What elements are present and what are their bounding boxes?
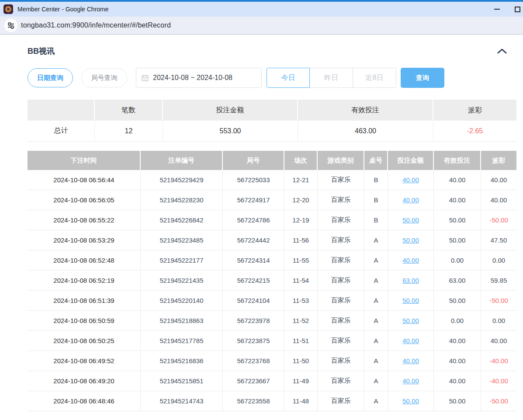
cell-table-no: A — [364, 271, 388, 291]
cell-payout: -50.00 — [481, 210, 516, 230]
table-row: 2024-10-08 06:51:39 521945220140 5672241… — [28, 291, 516, 311]
bet-amount-link[interactable]: 63.00 — [402, 277, 419, 284]
cell-valid-bet: 40.00 — [434, 371, 481, 391]
cell-game-type: 百家乐 — [318, 230, 364, 250]
cell-valid-bet: 0.00 — [434, 311, 481, 331]
cell-game-type: 百家乐 — [318, 170, 364, 190]
cell-table-no: A — [364, 230, 388, 250]
cell-valid-bet: 63.00 — [434, 271, 481, 291]
bet-amount-link[interactable]: 50.00 — [402, 297, 419, 304]
address-bar[interactable]: tongbao31.com:9900/infe/mcenter/#/betRec… — [0, 17, 523, 35]
cell-round-id: 567224104 — [223, 291, 284, 311]
bet-amount-link[interactable]: 40.00 — [402, 337, 419, 344]
cell-game-type: 百家乐 — [318, 371, 364, 391]
tune-icon[interactable] — [4, 19, 17, 32]
cell-bet-id: 521945214743 — [141, 391, 223, 411]
summary-payout: -2.65 — [433, 121, 516, 142]
cell-bet-time: 2024-10-08 06:50:59 — [28, 311, 141, 331]
cell-bet-time: 2024-10-08 06:48:46 — [28, 391, 141, 411]
maximize-icon[interactable] — [515, 7, 520, 12]
cell-session: 11-49 — [284, 371, 318, 391]
round-query-tab[interactable]: 局号查询 — [81, 68, 127, 87]
cell-payout: -50.00 — [481, 291, 516, 311]
cell-bet-time: 2024-10-08 06:52:48 — [28, 250, 141, 271]
cell-session: 11-56 — [284, 230, 318, 250]
cell-game-type: 百家乐 — [318, 291, 364, 311]
cell-bet-time: 2024-10-08 06:53:29 — [28, 230, 141, 250]
bet-amount-link[interactable]: 50.00 — [402, 397, 419, 405]
minimize-icon[interactable] — [494, 9, 500, 10]
window-titlebar: Member Center - Google Chrome — [0, 2, 523, 17]
cell-session: 11-48 — [284, 391, 318, 411]
date-query-tab[interactable]: 日期查询 — [28, 68, 73, 87]
summary-header-valid: 有效投注 — [298, 100, 433, 121]
cell-valid-bet: 40.00 — [434, 170, 481, 190]
chevron-up-icon[interactable] — [496, 47, 508, 56]
bet-amount-link[interactable]: 40.00 — [402, 196, 419, 204]
section-header: BB视讯 — [28, 46, 516, 56]
cell-table-no: B — [364, 170, 388, 190]
cell-bet-amount: 63.00 — [388, 271, 434, 291]
cell-bet-time: 2024-10-08 06:55:22 — [28, 210, 141, 230]
query-button[interactable]: 查询 — [401, 68, 444, 88]
bet-amount-link[interactable]: 40.00 — [402, 176, 419, 184]
bet-amount-link[interactable]: 40.00 — [402, 257, 419, 264]
header-session: 场次 — [284, 151, 318, 170]
summary-bet-amount: 553.00 — [163, 121, 298, 142]
cell-round-id: 567223875 — [223, 331, 284, 351]
cell-game-type: 百家乐 — [318, 250, 364, 271]
cell-bet-id: 521945215851 — [141, 371, 223, 391]
cell-bet-amount: 50.00 — [388, 230, 434, 250]
cell-payout: 40.00 — [481, 190, 516, 210]
browser-window: Member Center - Google Chrome tongbao31.… — [0, 0, 523, 420]
url-text[interactable]: tongbao31.com:9900/infe/mcenter/#/betRec… — [21, 21, 171, 29]
bet-amount-link[interactable]: 40.00 — [402, 357, 419, 364]
cell-round-id: 567224215 — [223, 271, 284, 291]
cell-valid-bet: 50.00 — [434, 210, 481, 230]
cell-round-id: 567223978 — [223, 311, 284, 331]
cell-game-type: 百家乐 — [318, 391, 364, 411]
bet-amount-link[interactable]: 40.00 — [402, 377, 419, 385]
cell-payout: 40.00 — [481, 331, 516, 351]
table-row: 2024-10-08 06:55:22 521945226842 5672247… — [28, 210, 516, 230]
records-header-row: 下注时间 注单编号 局号 场次 游戏类别 桌号 投注金额 有效投注 派彩 — [28, 151, 516, 170]
cell-payout: 59.85 — [481, 271, 516, 291]
cell-game-type: 百家乐 — [318, 331, 364, 351]
cell-bet-id: 521945228230 — [141, 190, 223, 210]
summary-header-bet: 投注金额 — [163, 100, 298, 121]
cell-round-id: 567224314 — [223, 250, 284, 271]
table-row: 2024-10-08 06:53:29 521945223485 5672244… — [28, 230, 516, 250]
cell-bet-amount: 40.00 — [388, 351, 434, 371]
today-button[interactable]: 今日 — [267, 68, 310, 88]
cell-valid-bet: 50.00 — [434, 230, 481, 250]
cell-bet-amount: 50.00 — [388, 311, 434, 331]
cell-bet-id: 521945223485 — [141, 230, 223, 250]
cell-game-type: 百家乐 — [318, 210, 364, 230]
cell-session: 11-51 — [284, 331, 318, 351]
cell-session: 11-55 — [284, 250, 318, 271]
cell-table-no: B — [364, 210, 388, 230]
cell-round-id: 567225033 — [223, 170, 284, 190]
cell-payout: -40.00 — [481, 351, 516, 371]
cell-session: 11-53 — [284, 291, 318, 311]
cell-bet-time: 2024-10-08 06:51:39 — [28, 291, 141, 311]
bet-amount-link[interactable]: 50.00 — [402, 216, 419, 224]
window-title: Member Center - Google Chrome — [17, 6, 109, 13]
cell-table-no: A — [364, 250, 388, 271]
last-8-days-button[interactable]: 近8日 — [353, 68, 396, 88]
bet-amount-link[interactable]: 50.00 — [402, 236, 419, 244]
cell-bet-amount: 40.00 — [388, 250, 434, 271]
cell-table-no: A — [364, 351, 388, 371]
yesterday-button[interactable]: 昨日 — [310, 68, 353, 88]
header-table-no: 桌号 — [364, 151, 388, 170]
cell-round-id: 567223558 — [223, 391, 284, 411]
cell-payout: 0.00 — [481, 250, 516, 271]
bet-amount-link[interactable]: 50.00 — [402, 317, 419, 324]
cell-session: 12-21 — [284, 170, 318, 190]
cell-game-type: 百家乐 — [318, 190, 364, 210]
date-range-value[interactable]: 2024-10-08 ~ 2024-10-08 — [153, 74, 232, 82]
cell-table-no: B — [364, 190, 388, 210]
date-range-picker[interactable]: 2024-10-08 ~ 2024-10-08 — [136, 68, 262, 88]
cell-table-no: A — [364, 331, 388, 351]
cell-table-no: A — [364, 291, 388, 311]
